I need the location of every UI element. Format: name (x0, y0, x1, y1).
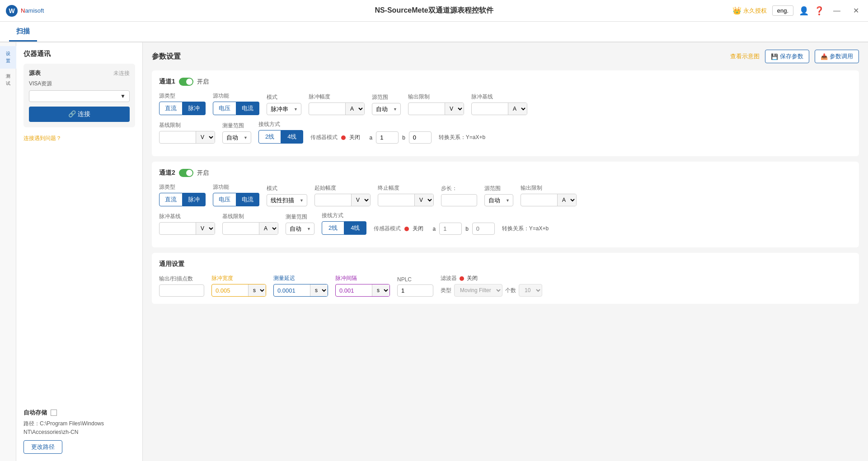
connect-button[interactable]: 🔗 连接 (29, 107, 130, 122)
channel2-header: 通道2 开启 (159, 169, 852, 177)
channel1-pulse-amp-input[interactable] (309, 103, 345, 115)
channel2-dc-btn[interactable]: 直流 (159, 193, 183, 206)
channel2-step-input[interactable] (441, 194, 477, 206)
channel2-voltage-btn[interactable]: 电压 (213, 193, 236, 206)
channel1-source-func-group: 源功能 电压 电流 (213, 92, 259, 115)
channel1-voltage-btn[interactable]: 电压 (213, 102, 236, 115)
channel2-sensor-b-input[interactable] (472, 223, 495, 235)
output-points-input[interactable] (159, 284, 204, 297)
channel2-pulse-base-group: 脉冲基线 V (159, 213, 215, 235)
channel1-measure-range-wrapper: 自动 (222, 131, 251, 144)
channel2-start-amp-input[interactable] (315, 195, 351, 206)
channel1-sensor-b-input[interactable] (409, 131, 432, 144)
channel1-pulse-btn[interactable]: 脉冲 (183, 102, 206, 115)
crown-icon: 👑 (732, 6, 741, 15)
tab-scan[interactable]: 扫描 (9, 23, 37, 42)
measure-delay-input[interactable] (274, 285, 310, 296)
minimize-button[interactable]: — (830, 5, 844, 17)
pulse-interval-unit[interactable]: s (372, 284, 389, 296)
channel2-output-limit-unit[interactable]: A (557, 194, 576, 206)
save-params-button[interactable]: 💾 保存参数 (765, 50, 809, 63)
channel2-baseline-limit-unit[interactable]: A (259, 223, 278, 234)
pulse-interval-input[interactable] (336, 285, 372, 296)
channel2-mode-group: 模式 线性扫描 (267, 185, 307, 206)
channel1-open-label: 开启 (197, 78, 209, 86)
channel1-pulse-base-input[interactable] (472, 103, 508, 115)
channel1-sensor-a-input[interactable] (376, 131, 399, 144)
pulse-width-input[interactable] (212, 285, 248, 296)
nplc-input[interactable] (397, 284, 433, 297)
pulse-interval-input-group: s (335, 284, 390, 297)
channel2-measure-range-wrapper: 自动 (286, 223, 314, 235)
channel1-dc-btn[interactable]: 直流 (159, 102, 183, 115)
channel1-output-limit-input[interactable] (408, 103, 445, 115)
filter-type-select[interactable]: Moving Filter (454, 284, 502, 297)
sidebar-spacer (23, 142, 135, 403)
channel1-current-btn[interactable]: 电流 (236, 102, 259, 115)
channel2-source-range-select[interactable]: 自动 (484, 194, 513, 206)
channel2-start-amp-unit[interactable]: V (351, 194, 370, 206)
apply-params-button[interactable]: 📥 参数调用 (815, 50, 859, 63)
channel1-source-func-btns: 电压 电流 (213, 102, 259, 115)
channel1-pulse-amp-unit[interactable]: A (345, 103, 364, 115)
logo-icon: W (5, 5, 18, 17)
output-points-group: 输出/扫描点数 (159, 275, 204, 297)
nav-bar: 扫描 (0, 22, 868, 42)
visa-select[interactable]: ▼ (29, 90, 130, 102)
channel1-toggle[interactable] (179, 78, 193, 86)
sidebar-item-test[interactable]: 测 试 (0, 69, 16, 91)
save-icon: 💾 (771, 53, 778, 60)
channel2-pulse-base-unit[interactable]: V (196, 223, 215, 234)
channel2-formula: 转换关系：Y=aX+b (502, 225, 549, 233)
measure-delay-unit[interactable]: s (310, 284, 328, 296)
view-diagram-link[interactable]: 查看示意图 (730, 50, 760, 63)
close-button[interactable]: ✕ (849, 5, 863, 17)
filter-count-select[interactable]: 10 (519, 284, 542, 297)
channel1-2wire-btn[interactable]: 2线 (258, 130, 281, 144)
channel1-mode-select[interactable]: 脉冲串 (267, 103, 301, 115)
channel1-source-range-select[interactable]: 自动 (372, 103, 401, 115)
channel1-measure-range-select[interactable]: 自动 (222, 131, 251, 144)
channel1-baseline-limit-input[interactable] (160, 132, 196, 143)
filter-type-label: 类型 (441, 287, 451, 294)
license-badge: 👑 永久授权 (732, 6, 767, 15)
channel1-pulse-base-unit[interactable]: A (508, 103, 527, 115)
pulse-width-group: 脉冲宽度 s (211, 275, 266, 297)
pulse-width-unit[interactable]: s (248, 284, 266, 296)
channel2-current-btn[interactable]: 电流 (236, 193, 259, 206)
channel2-2wire-btn[interactable]: 2线 (322, 221, 344, 235)
test-char1: 测 (6, 73, 10, 79)
channel2-sensor-a-input[interactable] (439, 223, 462, 235)
app-title: NS-SourceMete双通道源表程控软件 (375, 6, 493, 15)
channel2-measure-range-select[interactable]: 自动 (286, 223, 314, 235)
channel2-4wire-btn[interactable]: 4线 (344, 221, 366, 235)
channel1-sensor-row: 传感器模式 关闭 a b 转换关系：Y=aX+b (310, 131, 485, 144)
channel2-pulse-base-input[interactable] (160, 223, 196, 234)
language-button[interactable]: eng. (772, 5, 793, 16)
channel2-measure-range-group: 测量范围 自动 (286, 213, 314, 235)
channel1-conn-type-label: 接线方式 (258, 121, 303, 128)
channel1-baseline-limit-unit[interactable]: V (196, 131, 215, 143)
general-block: 通用设置 输出/扫描点数 脉冲宽度 s 测量延迟 (152, 253, 859, 304)
help-icon[interactable]: ❓ (814, 6, 824, 16)
channel2-end-amp-unit[interactable]: V (414, 194, 433, 206)
channel2-output-limit-input[interactable] (521, 195, 557, 206)
content-area: 参数设置 查看示意图 💾 保存参数 📥 参数调用 通道1 开启 (143, 42, 868, 461)
logo-soft: soft (34, 7, 44, 14)
channel2-pulse-btn[interactable]: 脉冲 (183, 193, 206, 206)
channel1-sensor-state: 关闭 (349, 134, 360, 141)
connect-issue-link[interactable]: 连接遇到问题？ (23, 135, 135, 142)
user-icon[interactable]: 👤 (799, 6, 809, 16)
channel2-step-group: 步长： (441, 185, 477, 206)
channel2-baseline-limit-input[interactable] (223, 223, 259, 234)
change-path-button[interactable]: 更改路径 (23, 440, 62, 454)
channel1-output-limit-unit[interactable]: V (445, 103, 464, 115)
auto-save-checkbox[interactable] (51, 410, 57, 416)
channel1-source-type-label: 源类型 (159, 92, 206, 100)
channel2-mode-select[interactable]: 线性扫描 (267, 194, 307, 206)
channel1-4wire-btn[interactable]: 4线 (281, 130, 303, 144)
channel2-toggle[interactable] (179, 169, 193, 177)
sidebar-item-settings[interactable]: 设 置 (0, 46, 16, 69)
channel2-end-amp-input[interactable] (378, 195, 414, 206)
channel2-baseline-limit-label: 基线限制 (222, 213, 278, 220)
